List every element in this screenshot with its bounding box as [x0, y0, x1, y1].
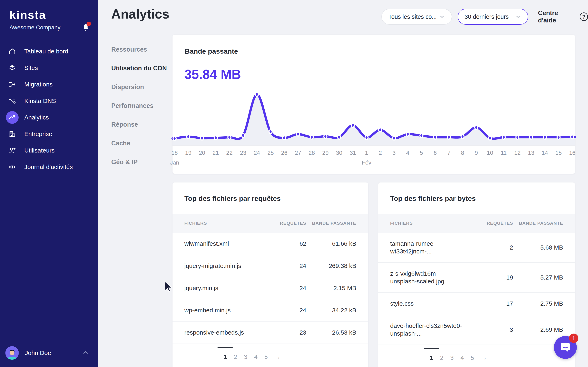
subnav-item-utilisation-du-cdn[interactable]: Utilisation du CDN — [111, 59, 167, 78]
table-title: Top des fichiers par bytes — [378, 183, 575, 214]
chart-point-22[interactable] — [228, 135, 231, 139]
chart-point-28[interactable] — [310, 135, 313, 139]
pagination: 12345→ — [173, 347, 368, 366]
page-2[interactable]: 2 — [233, 353, 237, 360]
page-1[interactable]: 1 — [430, 354, 434, 361]
x-tick-27: 27 — [295, 150, 301, 156]
subnav-item-ressources[interactable]: Ressources — [111, 40, 167, 59]
sidebar-item-journal-activites[interactable]: Journal d'activités — [0, 159, 98, 175]
help-center-link[interactable]: Centre d'aide ? — [538, 9, 588, 24]
site-selector-dropdown[interactable]: Tous les sites co... — [381, 9, 452, 25]
x-tick-7: 7 — [447, 150, 450, 156]
sidebar-item-label: Analytics — [24, 114, 49, 121]
chart-point-6[interactable] — [434, 135, 437, 139]
chart-point-11[interactable] — [502, 135, 505, 139]
notifications-bell-icon[interactable] — [81, 23, 90, 32]
page-5[interactable]: 5 — [264, 353, 268, 360]
sidebar-item-label: Entreprise — [24, 131, 52, 137]
cell-file: dave-hoefler-cls3zn5wte0-unsplash-... — [390, 322, 478, 337]
page-1[interactable]: 1 — [223, 353, 227, 360]
next-page-arrow[interactable]: → — [274, 353, 281, 360]
table-row: responsive-embeds.js 23 26.53 kB — [173, 322, 368, 344]
x-tick-19: 19 — [185, 150, 191, 156]
page-4[interactable]: 4 — [254, 353, 258, 360]
chart-point-12[interactable] — [516, 135, 519, 139]
subnav-item-dispersion[interactable]: Dispersion — [111, 78, 167, 96]
kinsta-logo[interactable]: kinsta — [9, 8, 46, 21]
page-3[interactable]: 3 — [450, 354, 454, 361]
cell-bandwidth: 2.69 MB — [513, 326, 563, 334]
table-header-row: FICHIERS REQUÊTES BANDE PASSANTE — [173, 214, 368, 233]
chart-point-24[interactable] — [255, 92, 259, 96]
next-page-arrow[interactable]: → — [481, 354, 487, 361]
subnav-item-reponse[interactable]: Réponse — [111, 115, 167, 134]
chart-point-10[interactable] — [488, 136, 492, 140]
x-tick-25: 25 — [268, 150, 274, 156]
x-tick-8: 8 — [461, 150, 464, 156]
page-5[interactable]: 5 — [470, 354, 475, 361]
chart-point-23[interactable] — [242, 133, 245, 137]
chart-point-2[interactable] — [379, 128, 382, 132]
cell-file: tamanna-rumee-wt33t42jncm-... — [390, 240, 478, 255]
sidebar-item-kinsta-dns[interactable]: Kinsta DNS — [0, 92, 98, 109]
sidebar-item-analytics[interactable]: Analytics — [0, 109, 98, 125]
user-menu[interactable]: John Doe — [0, 346, 98, 360]
chart-point-14[interactable] — [543, 135, 546, 139]
subnav-item-label: Géo & IP — [111, 158, 138, 166]
page-4[interactable]: 4 — [460, 354, 464, 361]
chart-point-31[interactable] — [351, 123, 355, 127]
page-title: Analytics — [111, 7, 169, 22]
intercom-chat-button[interactable]: 1 — [554, 336, 577, 359]
table-row: z-s-vxlg6lwd16m-unsplash-scaled.jpg 19 5… — [378, 263, 575, 292]
chart-point-25[interactable] — [269, 130, 272, 134]
chart-point-13[interactable] — [530, 135, 533, 139]
x-tick-14: 14 — [542, 150, 548, 156]
sidebar-item-utilisateurs[interactable]: Utilisateurs — [0, 142, 98, 159]
sidebar-nav: Tableau de bord Sites Migrations Kinsta … — [0, 43, 98, 175]
table-row: tamanna-rumee-wt33t42jncm-... 2 5.68 MB — [378, 233, 575, 263]
layers-icon — [6, 62, 18, 74]
subnav-item-cache[interactable]: Cache — [111, 134, 167, 153]
chart-point-29[interactable] — [324, 134, 327, 138]
chart-point-19[interactable] — [187, 135, 190, 139]
chart-point-7[interactable] — [447, 135, 450, 139]
chart-point-27[interactable] — [296, 132, 300, 136]
sidebar-item-entreprise[interactable]: Entreprise — [0, 125, 98, 142]
date-range-dropdown[interactable]: 30 derniers jours — [458, 9, 528, 25]
chart-point-4[interactable] — [406, 132, 409, 136]
chart-point-20[interactable] — [200, 136, 204, 140]
chart-point-1[interactable] — [365, 136, 368, 140]
chart-point-26[interactable] — [283, 136, 286, 140]
company-name[interactable]: Awesome Company — [9, 24, 61, 31]
x-tick-1: 1 — [365, 150, 368, 156]
chart-point-15[interactable] — [557, 135, 560, 139]
merge-icon — [6, 78, 18, 91]
chart-point-30[interactable] — [338, 135, 341, 139]
avatar — [5, 346, 19, 360]
chart-point-16[interactable] — [571, 135, 574, 139]
subnav-item-performances[interactable]: Performances — [111, 96, 167, 115]
chat-bubble-icon — [559, 341, 572, 354]
sidebar-item-sites[interactable]: Sites — [0, 59, 98, 76]
cell-bandwidth: 2.75 MB — [513, 300, 563, 308]
cell-bandwidth: 5.27 MB — [513, 274, 563, 281]
chart-point-18[interactable] — [173, 137, 176, 141]
sidebar-item-migrations[interactable]: Migrations — [0, 76, 98, 92]
x-tick-5: 5 — [420, 150, 423, 156]
eye-icon — [6, 161, 18, 173]
chart-point-9[interactable] — [475, 125, 478, 129]
chart-total-value: 35.84 MB — [184, 67, 241, 82]
page-2[interactable]: 2 — [440, 354, 444, 361]
chart-point-5[interactable] — [420, 134, 423, 138]
chart-point-21[interactable] — [214, 136, 217, 140]
sidebar-item-tableau-de-bord[interactable]: Tableau de bord — [0, 43, 98, 59]
chart-point-3[interactable] — [392, 136, 396, 140]
table-row: wp-embed.min.js 24 34.22 kB — [173, 299, 368, 322]
subnav-item-geo-ip[interactable]: Géo & IP — [111, 153, 167, 171]
x-tick-9: 9 — [475, 150, 478, 156]
chart-point-8[interactable] — [461, 135, 464, 139]
x-tick-31: 31 — [350, 150, 356, 156]
pagination-pages: 12345→ — [223, 353, 281, 360]
x-tick-3: 3 — [392, 150, 396, 156]
page-3[interactable]: 3 — [243, 353, 248, 360]
